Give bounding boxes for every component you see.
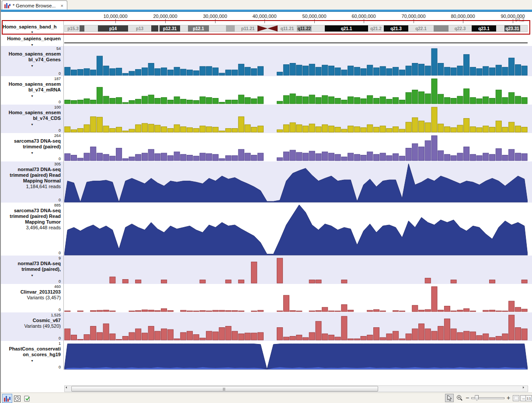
track-row-normal73-mapping[interactable]: 305normal73 DNA-seqtrimmed (paired) Read… [1, 161, 532, 203]
track-row-phastcons[interactable]: 1PhastCons_conservation_scores_hg19▾0 [1, 341, 532, 370]
track-name-line: PhastCons_conservati [1, 346, 63, 352]
track-plot-sarcoma73-reads[interactable] [64, 133, 528, 161]
track-plot-normal73-mapping[interactable] [64, 161, 528, 203]
track-row-sequence[interactable]: Homo_sapiens_sequen▾ [1, 35, 532, 46]
track-plot-genes[interactable] [64, 46, 528, 76]
tab-accent-bar [1, 10, 532, 12]
track-label-panel[interactable]: 305normal73 DNA-seqtrimmed (paired) Read… [1, 161, 63, 203]
chromosome-band: q21.1 [325, 25, 368, 32]
track-caret[interactable]: ▾ [1, 273, 63, 278]
cursor-arrow-icon [447, 395, 452, 401]
track-row-normal73-variants[interactable]: 9normal73 DNA-seqtrimmed (paired),▾0 [1, 256, 532, 284]
track-label-panel[interactable]: 9normal73 DNA-seqtrimmed (paired),▾0 [1, 256, 63, 284]
track-name: sarcoma73 DNA-seqtrimmed (paired) [1, 138, 63, 150]
ruler-tick-label: 40,000,000 [252, 14, 276, 19]
track-row-cds[interactable]: 100Homo_sapiens_ensembl_v74_CDS▾0 [1, 105, 532, 133]
graphical-view-button[interactable] [2, 394, 12, 403]
history-view-button[interactable] [12, 394, 22, 403]
track-name: Homo_sapiens_ensembl_v74_Genes [1, 51, 63, 63]
track-subtitle: 1,184,641 reads [1, 184, 63, 189]
track-name: Cosmic_v67 [1, 318, 63, 323]
chromosome-band: p11.21 [238, 25, 257, 32]
ruler-tick-mark [364, 19, 364, 23]
track-caret[interactable]: ▾ [1, 123, 63, 127]
chromosome-ideogram[interactable]: p15.3p14p13p12.31p12.1p11.21q11.21q11.22… [64, 25, 528, 32]
track-min-value: 0 [59, 198, 61, 202]
track-label-panel[interactable]: 100Homo_sapiens_ensembl_v74_CDS▾0 [1, 105, 63, 133]
zoom-tool-button[interactable] [455, 394, 464, 402]
track-plot-mrna[interactable] [64, 76, 528, 105]
centromere-icon [268, 25, 278, 32]
track-row-genes[interactable]: 54Homo_sapiens_ensembl_v74_Genes▾0 [1, 46, 532, 76]
magnifier-icon [456, 395, 463, 401]
track-chart [64, 284, 528, 312]
ruler-tick-mark [264, 19, 265, 23]
track-name-line: trimmed (paired) [1, 144, 63, 150]
zoom-in-button[interactable]: + [506, 394, 511, 401]
track-caret[interactable]: ▾ [1, 30, 63, 34]
track-plot-cds[interactable] [64, 105, 528, 133]
pan-selection-button[interactable] [513, 395, 519, 401]
chromosome-band: p14 [98, 25, 128, 32]
track-name-line: sarcoma73 DNA-seq [1, 208, 63, 214]
track-label-panel[interactable]: 885sarcoma73 DNA-seqtrimmed (paired) Rea… [1, 203, 63, 256]
track-row-sarcoma73-reads[interactable]: 264sarcoma73 DNA-seqtrimmed (paired)▾0 [1, 133, 532, 161]
track-plot-phastcons[interactable] [64, 341, 528, 370]
track-caret[interactable]: ▾ [1, 359, 63, 363]
track-plot-sequence[interactable] [64, 35, 528, 46]
track-caret[interactable]: ▾ [1, 64, 63, 68]
track-chart [64, 161, 528, 203]
track-label-panel[interactable]: 1PhastCons_conservation_scores_hg19▾0 [1, 341, 63, 370]
track-plot-clinvar[interactable] [64, 284, 528, 312]
scrollbar-thumb[interactable] [71, 386, 378, 392]
track-caret[interactable]: ▾ [1, 94, 63, 98]
zoom-slider-thumb[interactable] [475, 395, 479, 401]
chromosome-band [226, 25, 235, 32]
tab-genome-browser[interactable]: * Genome Browse... × [2, 0, 67, 10]
track-name-line: bl_v74_mRNA [1, 87, 63, 93]
track-max-value: 885 [54, 203, 61, 207]
track-plot-sarcoma73-mapping[interactable] [64, 203, 528, 256]
ruler-tick-label: 10,000,000 [103, 14, 127, 19]
zoom-100-button[interactable]: 1:1 [525, 395, 532, 401]
track-row-mrna[interactable]: 187Homo_sapiens_ensembl_v74_mRNA▾0 [1, 76, 532, 105]
track-name-line: trimmed (paired) Read [1, 214, 63, 219]
track-plot-cosmic[interactable] [64, 312, 528, 341]
track-name-line: Mapping Normal [1, 178, 63, 184]
track-label-panel[interactable]: 54Homo_sapiens_ensembl_v74_Genes▾0 [1, 46, 63, 76]
track-max-value: 9 [59, 256, 61, 260]
track-label-panel[interactable]: 460Clinvar_20131203Variants (3,457)0 [1, 284, 63, 312]
scroll-right-button[interactable] [522, 386, 528, 392]
track-row-sarcoma73-mapping[interactable]: 885sarcoma73 DNA-seqtrimmed (paired) Rea… [1, 203, 532, 256]
track-name: Homo_sapiens_ensembl_v74_CDS [1, 110, 63, 121]
chromosome-band [151, 25, 158, 32]
chromosome-band: q21.2 [368, 25, 384, 32]
track-caret[interactable]: ▾ [1, 151, 63, 155]
track-row-cosmic[interactable]: 1,525Cosmic_v67Variants (49,520)0 [1, 312, 532, 341]
track-label-panel[interactable]: 187Homo_sapiens_ensembl_v74_mRNA▾0 [1, 76, 63, 105]
track-row-clinvar[interactable]: 460Clinvar_20131203Variants (3,457)0 [1, 284, 532, 312]
report-view-button[interactable] [22, 394, 32, 403]
track-name-line: Homo_sapiens_ensem [1, 110, 63, 116]
label-panel-divider [63, 21, 64, 370]
track-label-band[interactable]: Homo_sapiens_band_h [3, 24, 62, 29]
zoom-out-button[interactable]: − [465, 394, 470, 401]
track-label-panel[interactable]: Homo_sapiens_sequen▾ [1, 35, 63, 46]
horizontal-scrollbar[interactable] [64, 385, 528, 392]
ruler-tick-label: 30,000,000 [203, 14, 227, 19]
track-max-value: 1 [59, 341, 61, 346]
chromosome-band: q11.22 [297, 25, 312, 32]
track-name-line: Homo_sapiens_ensem [1, 51, 63, 57]
track-subtitle: Variants (49,520) [1, 323, 63, 329]
track-label-panel[interactable]: 264sarcoma73 DNA-seqtrimmed (paired)▾0 [1, 133, 63, 161]
tab-close-icon[interactable]: × [60, 3, 63, 8]
centromere-icon [257, 25, 268, 32]
ruler-tick-label: 80,000,000 [451, 14, 475, 19]
pointer-tool-button[interactable] [445, 394, 454, 402]
track-name-line: on_scores_hg19 [1, 352, 63, 357]
track-label-panel[interactable]: 1,525Cosmic_v67Variants (49,520)0 [1, 312, 63, 341]
ruler-tick-mark [513, 19, 513, 23]
scroll-left-button[interactable] [65, 386, 70, 392]
track-plot-normal73-variants[interactable] [64, 256, 528, 284]
ruler-tick-label: 20,000,000 [153, 14, 177, 19]
